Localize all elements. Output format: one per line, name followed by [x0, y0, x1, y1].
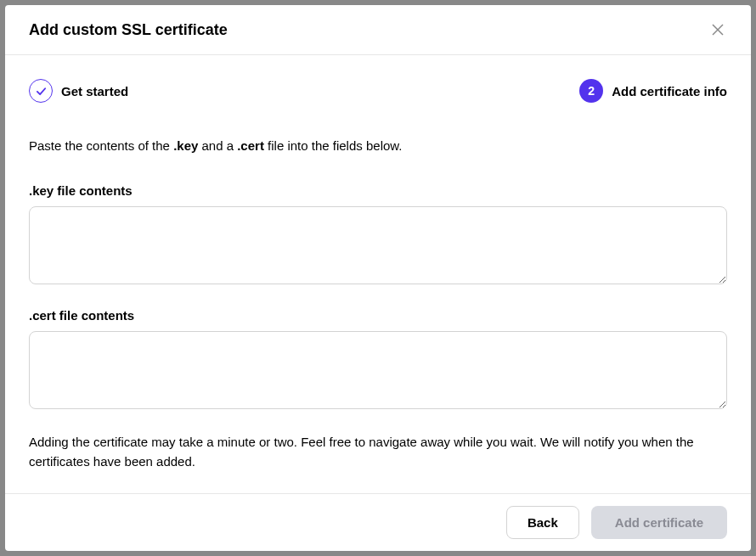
- modal-header: Add custom SSL certificate: [5, 5, 751, 55]
- modal-footer: Back Add certificate: [5, 493, 751, 551]
- cert-field-label: .cert file contents: [29, 308, 727, 323]
- note-text: Adding the certificate may take a minute…: [29, 433, 727, 471]
- step-active-indicator: 2: [579, 79, 603, 103]
- step-completed-indicator: [29, 79, 53, 103]
- step-label: Add certificate info: [612, 84, 727, 98]
- modal-title: Add custom SSL certificate: [29, 21, 228, 39]
- step-get-started[interactable]: Get started: [29, 79, 128, 103]
- key-field-group: .key file contents: [29, 183, 727, 288]
- stepper: Get started 2 Add certificate info: [29, 79, 727, 103]
- close-icon: [712, 24, 724, 36]
- step-label: Get started: [61, 84, 128, 98]
- step-number: 2: [588, 84, 595, 98]
- ssl-certificate-modal: Add custom SSL certificate Get started: [5, 5, 751, 551]
- key-field-label: .key file contents: [29, 183, 727, 198]
- step-add-certificate-info: 2 Add certificate info: [579, 79, 727, 103]
- close-button[interactable]: [708, 20, 727, 39]
- modal-body: Get started 2 Add certificate info Paste…: [5, 55, 751, 493]
- checkmark-icon: [36, 86, 47, 97]
- add-certificate-button[interactable]: Add certificate: [591, 506, 727, 539]
- cert-textarea[interactable]: [29, 331, 727, 409]
- back-button[interactable]: Back: [506, 506, 579, 539]
- instruction-text: Paste the contents of the .key and a .ce…: [29, 137, 727, 154]
- cert-field-group: .cert file contents: [29, 308, 727, 413]
- key-textarea[interactable]: [29, 206, 727, 284]
